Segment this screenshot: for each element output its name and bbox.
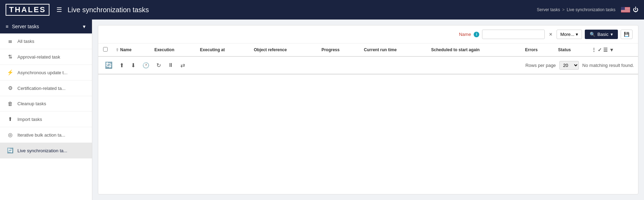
sidebar-header-icon: ≡ <box>6 24 8 29</box>
sidebar-item-label: Cleanup tasks <box>17 101 46 106</box>
async-icon: ⚡ <box>7 69 13 76</box>
toolbar-upload-button[interactable]: ⬆ <box>117 60 126 70</box>
sidebar-item-all-tasks[interactable]: ≣ All tasks <box>0 33 92 49</box>
toolbar-row: 🔄 ⬆ ⬇ 🕐 ↻ ⏸ ⇄ Rows per page <box>98 56 638 74</box>
sidebar-item-label: Certification-related ta... <box>17 86 65 91</box>
breadcrumb-current: Live synchronization tasks <box>567 7 615 12</box>
col-status-label: Status <box>558 47 571 52</box>
col-object-reference[interactable]: Object reference <box>250 44 318 56</box>
col-settings: ⋮ ✓ ☰ ▼ <box>588 44 638 56</box>
svg-rect-10 <box>621 11 630 11</box>
filter-search-button[interactable]: 🔍 Basic ▾ <box>585 30 618 39</box>
tasks-table: ⇧ Name Execution Executing at <box>98 44 638 75</box>
table-toolbar: 🔄 ⬆ ⬇ 🕐 ↻ ⏸ ⇄ Rows per page <box>98 57 638 74</box>
toolbar-download-button[interactable]: ⬇ <box>129 60 138 70</box>
sidebar-item-label: Live synchronization ta... <box>17 148 67 153</box>
header-page-title: Live synchronization tasks <box>68 6 537 14</box>
col-execution[interactable]: Execution <box>151 44 196 56</box>
col-errors[interactable]: Errors <box>522 44 555 56</box>
svg-rect-7 <box>621 10 630 10</box>
filter-clear-button[interactable]: × <box>548 31 553 38</box>
col-executing-at[interactable]: Executing at <box>196 44 250 56</box>
sidebar-item-certification[interactable]: ⚙ Certification-related ta... <box>0 80 92 96</box>
power-icon[interactable]: ⏻ <box>633 7 638 13</box>
flag-icon[interactable] <box>621 7 630 13</box>
sidebar-title-area: ≡ Server tasks <box>6 24 39 29</box>
filter-save-button[interactable]: 💾 <box>621 30 633 39</box>
filter-bar: Name i × More... ▾ 🔍 Basic ▾ 💾 <box>98 25 638 44</box>
search-dropdown-icon: ▾ <box>611 32 613 37</box>
col-progress[interactable]: Progress <box>318 44 360 56</box>
svg-rect-9 <box>621 11 630 11</box>
certification-icon: ⚙ <box>7 85 13 91</box>
sidebar-item-import[interactable]: ⬆ Import tasks <box>0 111 92 127</box>
sidebar-item-iterative[interactable]: ◎ Iterative bulk action ta... <box>0 127 92 143</box>
sidebar-item-label: Asynchronous update t... <box>17 70 68 75</box>
content-area: Name i × More... ▾ 🔍 Basic ▾ 💾 <box>92 20 644 200</box>
filter-info-icon[interactable]: i <box>474 32 479 37</box>
all-tasks-icon: ≣ <box>7 38 13 44</box>
col-settings-layout-icon[interactable]: ☰ <box>603 47 608 53</box>
svg-rect-13 <box>621 7 625 10</box>
sidebar-item-label: All tasks <box>17 39 34 44</box>
import-icon: ⬆ <box>7 116 13 122</box>
search-label: Basic <box>597 32 608 37</box>
sidebar-item-cleanup[interactable]: 🗑 Cleanup tasks <box>0 96 92 111</box>
sidebar-item-approval[interactable]: ⇅ Approval-related task <box>0 49 92 65</box>
sidebar-header[interactable]: ≡ Server tasks ▼ <box>0 20 92 33</box>
table-container: ⇧ Name Execution Executing at <box>98 44 638 194</box>
iterative-icon: ◎ <box>7 132 13 138</box>
sidebar-item-label: Iterative bulk action ta... <box>17 132 65 138</box>
sidebar-chevron-down-icon: ▼ <box>82 24 86 29</box>
toolbar-refresh-button[interactable]: 🔄 <box>102 60 115 71</box>
live-sync-icon: 🔄 <box>7 147 13 154</box>
toolbar-pause-button[interactable]: ⏸ <box>165 60 176 70</box>
svg-rect-11 <box>621 12 630 12</box>
toolbar-sync-button[interactable]: ↻ <box>154 60 163 70</box>
search-icon: 🔍 <box>590 32 595 37</box>
filter-name-input[interactable] <box>482 30 545 39</box>
col-status[interactable]: Status <box>554 44 588 56</box>
no-result-text: No matching result found. <box>582 63 634 68</box>
col-checkbox <box>98 44 112 56</box>
breadcrumb: Server tasks > Live synchronization task… <box>537 7 615 12</box>
toolbar-transfer-button[interactable]: ⇄ <box>178 60 187 70</box>
save-icon: 💾 <box>624 32 629 37</box>
sidebar-item-label: Import tasks <box>17 117 42 122</box>
filter-more-button[interactable]: More... ▾ <box>557 30 582 39</box>
table-header-row: ⇧ Name Execution Executing at <box>98 44 638 56</box>
col-scheduled[interactable]: Scheduled to start again <box>428 44 522 56</box>
logo: THALES <box>6 4 49 16</box>
more-label: More... <box>560 32 574 37</box>
main-layout: ≡ Server tasks ▼ ≣ All tasks ⇅ Approval-… <box>0 20 644 200</box>
hamburger-icon[interactable]: ☰ <box>56 6 62 14</box>
sidebar-item-async[interactable]: ⚡ Asynchronous update t... <box>0 65 92 80</box>
filter-name-label: Name <box>459 32 471 37</box>
approval-icon: ⇅ <box>7 54 13 60</box>
sidebar-item-label: Approval-related task <box>17 54 60 60</box>
more-chevron-icon: ▾ <box>576 32 578 37</box>
col-progress-label: Progress <box>321 47 340 52</box>
col-name[interactable]: ⇧ Name <box>112 44 151 56</box>
rows-per-page-label: Rows per page <box>525 63 556 68</box>
col-scheduled-label: Scheduled to start again <box>431 47 480 52</box>
sort-up-icon: ⇧ <box>116 48 119 52</box>
sidebar: ≡ Server tasks ▼ ≣ All tasks ⇅ Approval-… <box>0 20 92 200</box>
col-settings-check-icon[interactable]: ✓ <box>598 47 602 53</box>
pagination-area: Rows per page 10 20 50 100 No matching r… <box>189 61 634 70</box>
breadcrumb-separator: > <box>562 7 565 12</box>
svg-rect-8 <box>621 10 630 11</box>
col-current-run-time[interactable]: Current run time <box>360 44 428 56</box>
col-settings-grid-icon[interactable]: ⋮ <box>591 47 596 53</box>
col-object-reference-label: Object reference <box>254 47 287 52</box>
select-all-checkbox[interactable] <box>103 47 108 52</box>
col-settings-dropdown-icon[interactable]: ▼ <box>609 47 614 53</box>
toolbar-schedule-button[interactable]: 🕐 <box>140 60 152 70</box>
rows-per-page-select[interactable]: 10 20 50 100 <box>559 61 579 70</box>
content-panel: Name i × More... ▾ 🔍 Basic ▾ 💾 <box>98 25 638 194</box>
sidebar-item-live-sync[interactable]: 🔄 Live synchronization ta... <box>0 143 92 159</box>
col-execution-label: Execution <box>154 47 174 52</box>
svg-rect-12 <box>621 12 630 13</box>
col-executing-at-label: Executing at <box>200 47 225 52</box>
breadcrumb-server-tasks[interactable]: Server tasks <box>537 7 560 12</box>
